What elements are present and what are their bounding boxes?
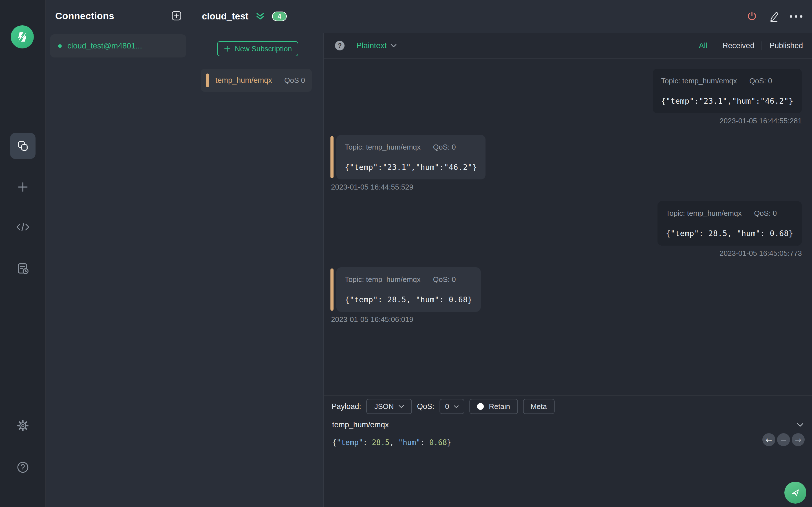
- message-payload: {"temp":"23.1","hum":"46.2"}: [345, 163, 477, 172]
- retain-toggle[interactable]: Retain: [469, 399, 518, 414]
- message-timestamp: 2023-01-05 16:44:55:529: [331, 183, 413, 191]
- double-chevron-down-icon: [256, 12, 265, 20]
- message-count-badge: 4: [272, 11, 287, 21]
- payload-format-select[interactable]: JSON: [366, 399, 412, 414]
- meta-button[interactable]: Meta: [523, 399, 555, 414]
- history-nav: ← − →: [762, 433, 805, 446]
- subscription-color-bar: [206, 73, 209, 87]
- publish-toolbar: Payload: JSON QoS: 0 Retain Meta: [324, 396, 812, 417]
- new-subscription-button[interactable]: New Subscription: [217, 41, 298, 56]
- editor-token: {: [332, 438, 337, 447]
- payload-format-value: JSON: [374, 402, 394, 411]
- filter-published[interactable]: Published: [769, 41, 803, 50]
- pencil-icon: [768, 10, 780, 22]
- filter-all[interactable]: All: [699, 41, 707, 50]
- connection-item[interactable]: cloud_test@m4801...: [50, 34, 186, 57]
- edit-connection-button[interactable]: [768, 10, 780, 22]
- power-icon: [746, 10, 758, 22]
- payload-help-icon[interactable]: ?: [335, 41, 345, 50]
- topic-input-row: temp_hum/emqx: [324, 417, 812, 433]
- plus-icon: [223, 45, 231, 52]
- message-received: Topic: temp_hum/emqx QoS: 0 {"temp": 28.…: [331, 267, 802, 324]
- editor-token: 0.68: [429, 438, 447, 447]
- plus-icon: [16, 180, 30, 194]
- editor-token: :: [420, 438, 429, 447]
- topic-input[interactable]: temp_hum/emqx: [332, 420, 389, 429]
- message-payload: {"temp": 28.5, "hum": 0.68}: [666, 229, 794, 238]
- sidebar-item-connections[interactable]: [0, 133, 46, 159]
- chevron-down-icon: [391, 44, 397, 48]
- new-connection-button[interactable]: [171, 10, 182, 21]
- message-qos: QoS: 0: [749, 76, 772, 86]
- mqttx-logo-icon: [11, 25, 34, 48]
- filter-divider: [715, 41, 715, 50]
- subscription-topic: temp_hum/emqx: [215, 76, 272, 85]
- new-subscription-label: New Subscription: [235, 45, 292, 53]
- filter-received[interactable]: Received: [723, 41, 755, 50]
- message-timestamp: 2023-01-05 16:44:55:281: [719, 117, 802, 125]
- retain-dot-icon: [477, 403, 484, 410]
- connections-panel: Connections cloud_test@m4801...: [46, 0, 192, 507]
- qos-value: 0: [445, 402, 449, 411]
- message-topic: Topic: temp_hum/emqx: [666, 209, 742, 218]
- log-icon: [16, 262, 30, 276]
- publish-panel: Payload: JSON QoS: 0 Retain Meta temp_hu…: [324, 395, 812, 507]
- editor-token: "hum": [398, 438, 420, 447]
- message-topic: Topic: temp_hum/emqx: [345, 275, 421, 284]
- collapse-editor-button[interactable]: −: [777, 433, 790, 446]
- more-options-button[interactable]: [790, 15, 802, 18]
- qos-label: QoS:: [417, 402, 435, 411]
- message-card[interactable]: Topic: temp_hum/emqx QoS: 0 {"temp":"23.…: [653, 69, 802, 113]
- sidebar-item-help[interactable]: [0, 461, 46, 474]
- connection-status-dot: [58, 44, 62, 48]
- message-qos: QoS: 0: [433, 275, 456, 284]
- message-published: Topic: temp_hum/emqx QoS: 0 {"temp":"23.…: [331, 69, 802, 125]
- message-topic: Topic: temp_hum/emqx: [345, 143, 421, 152]
- ellipsis-icon: [790, 15, 792, 18]
- message-qos: QoS: 0: [433, 143, 456, 152]
- message-card[interactable]: Topic: temp_hum/emqx QoS: 0 {"temp":"23.…: [336, 135, 486, 179]
- gear-icon: [16, 419, 29, 432]
- sidebar-item-new-window[interactable]: [0, 180, 46, 194]
- message-timestamp: 2023-01-05 16:45:06:019: [331, 315, 413, 324]
- qos-select[interactable]: 0: [440, 399, 464, 414]
- payload-editor[interactable]: {"temp": 28.5, "hum": 0.68}: [324, 433, 812, 452]
- chevron-down-icon: [454, 405, 459, 408]
- connection-name: cloud_test@m4801...: [67, 41, 142, 50]
- message-card[interactable]: Topic: temp_hum/emqx QoS: 0 {"temp": 28.…: [658, 201, 802, 245]
- filter-divider: [762, 41, 762, 50]
- meta-label: Meta: [530, 402, 547, 411]
- subscription-qos: QoS 0: [284, 76, 305, 85]
- add-square-icon: [171, 10, 182, 21]
- sidebar-item-settings[interactable]: [0, 419, 46, 432]
- message-color-bar: [331, 136, 334, 178]
- message-published: Topic: temp_hum/emqx QoS: 0 {"temp": 28.…: [331, 201, 802, 258]
- subscription-item[interactable]: temp_hum/emqx QoS 0: [201, 69, 312, 92]
- message-color-bar: [331, 269, 334, 311]
- message-format-select[interactable]: Plaintext: [356, 41, 397, 50]
- help-icon: [16, 461, 29, 474]
- editor-token: :: [363, 438, 372, 447]
- message-received: Topic: temp_hum/emqx QoS: 0 {"temp":"23.…: [331, 135, 802, 191]
- connections-title: Connections: [55, 10, 114, 21]
- messages-toolbar: ? Plaintext All Received Published: [324, 33, 812, 59]
- disconnect-button[interactable]: [746, 10, 758, 22]
- editor-token: }: [447, 438, 451, 447]
- sidebar-item-script[interactable]: [0, 221, 46, 233]
- connection-header: cloud_test 4: [192, 0, 812, 33]
- history-forward-button[interactable]: →: [792, 433, 805, 446]
- chevron-down-icon: [398, 405, 404, 408]
- collapse-panel-button[interactable]: [256, 12, 265, 20]
- send-button[interactable]: [784, 482, 806, 504]
- editor-token: ,: [390, 438, 398, 447]
- retain-label: Retain: [489, 402, 510, 411]
- editor-token: "temp": [337, 438, 363, 447]
- code-icon: [16, 221, 30, 233]
- sidebar-item-log[interactable]: [0, 262, 46, 276]
- chevron-down-icon[interactable]: [797, 423, 804, 427]
- history-back-button[interactable]: ←: [762, 433, 775, 446]
- message-card[interactable]: Topic: temp_hum/emqx QoS: 0 {"temp": 28.…: [336, 267, 481, 312]
- messages-panel: ? Plaintext All Received Published Topic…: [324, 33, 812, 507]
- editor-token: 28.5: [372, 438, 390, 447]
- format-value: Plaintext: [356, 41, 387, 50]
